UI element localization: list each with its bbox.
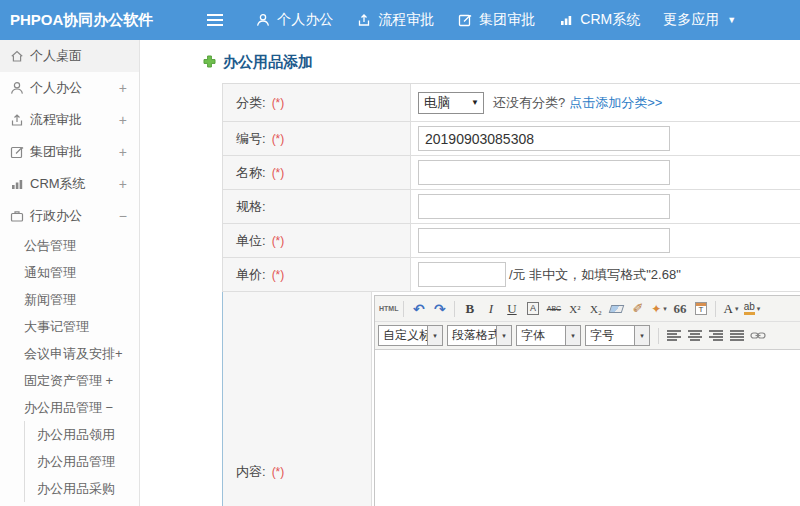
editor-content-area[interactable] — [375, 350, 800, 506]
field-label: 单位: (*) — [223, 224, 411, 257]
app-brand: PHPOA协同办公软件 — [0, 11, 153, 30]
home-icon — [8, 48, 25, 64]
sidebar-item-group-approval[interactable]: 集团审批 + — [0, 136, 139, 168]
label-text: 单位: — [236, 232, 266, 250]
sidebar-item-supplies-purchase[interactable]: 办公用品采购 — [25, 475, 139, 502]
topnav-group-approval[interactable]: 集团审批 — [457, 11, 535, 29]
sidebar-item-office-supplies-mgmt[interactable]: 办公用品管理 − — [0, 394, 139, 421]
bold-button[interactable]: B — [460, 299, 479, 319]
insert-link-button[interactable] — [748, 326, 767, 346]
font-color-a-icon: A — [724, 301, 733, 317]
hamburger-menu-icon[interactable] — [203, 10, 227, 30]
auto-typeset-button[interactable]: ✦▾ — [649, 299, 668, 319]
sidebar-item-meeting-request[interactable]: 会议申请及安排+ — [0, 340, 139, 367]
undo-icon[interactable]: ↶ — [409, 299, 428, 319]
topnav-personal-office[interactable]: 个人办公 — [255, 11, 333, 29]
sidebar-label: 个人桌面 — [30, 47, 82, 65]
font-family-select[interactable]: 字体 ▾ — [516, 325, 581, 346]
topnav-label: 个人办公 — [277, 11, 333, 29]
expand-plus-icon[interactable]: + — [119, 144, 127, 160]
sidebar-item-memorabilia-mgmt[interactable]: 大事记管理 — [0, 313, 139, 340]
name-input[interactable] — [418, 160, 670, 185]
toolbar-separator — [403, 301, 404, 317]
sidebar-item-admin-office[interactable]: 行政办公 − — [0, 200, 139, 232]
sidebar-item-process-approval[interactable]: 流程审批 + — [0, 104, 139, 136]
caret-down-icon[interactable]: ▾ — [497, 325, 512, 346]
collapse-minus-icon[interactable]: − — [119, 208, 127, 224]
topnav-crm-system[interactable]: CRM系统 — [558, 11, 640, 29]
source-code-button[interactable]: HTML — [379, 299, 398, 319]
sidebar-item-personal-desktop[interactable]: 个人桌面 — [0, 40, 139, 72]
sidebar-item-notice-mgmt[interactable]: 通知管理 — [0, 259, 139, 286]
blockquote-button[interactable]: 66 — [670, 299, 689, 319]
italic-button[interactable]: I — [481, 299, 500, 319]
required-mark: (*) — [272, 132, 285, 146]
background-color-button[interactable]: ab▾ — [742, 299, 761, 319]
align-right-icon — [709, 330, 723, 341]
form-row-name: 名称: (*) — [222, 156, 800, 190]
toolbar-separator — [658, 328, 659, 344]
remove-format-button[interactable] — [607, 299, 626, 319]
align-right-button[interactable] — [706, 326, 725, 346]
category-selected-value: 电脑 — [424, 94, 450, 112]
edit-square-icon — [8, 144, 25, 160]
rich-text-editor: HTML ↶ ↷ B I U A ABC X² X₂ ✐ — [374, 295, 800, 506]
underline-button[interactable]: U — [502, 299, 521, 319]
format-painter-button[interactable]: ✐ — [628, 299, 647, 319]
sidebar-item-crm-system[interactable]: CRM系统 + — [0, 168, 139, 200]
sidebar-label: 集团审批 — [30, 143, 82, 161]
user-icon — [8, 80, 25, 96]
expand-plus-icon[interactable]: + — [119, 80, 127, 96]
sidebar-label: 流程审批 — [30, 111, 82, 129]
category-select[interactable]: 电脑 ▼ — [418, 92, 484, 114]
field-value — [411, 190, 800, 223]
green-plus-icon — [203, 54, 216, 72]
sidebar-item-personal-office[interactable]: 个人办公 + — [0, 72, 139, 104]
topnav-label: 流程审批 — [378, 11, 434, 29]
redo-icon[interactable]: ↷ — [430, 299, 449, 319]
align-left-icon — [667, 330, 681, 341]
justify-button[interactable] — [727, 326, 746, 346]
sidebar-item-news-mgmt[interactable]: 新闻管理 — [0, 286, 139, 313]
field-value — [411, 224, 800, 257]
form-row-category: 分类: (*) 电脑 ▼ 还没有分类? 点击添加分类>> — [222, 84, 800, 122]
unit-input[interactable] — [418, 228, 670, 253]
custom-heading-select[interactable]: 自定义标题 ▾ — [378, 325, 443, 346]
editor-toolbar-row1: HTML ↶ ↷ B I U A ABC X² X₂ ✐ — [375, 296, 800, 322]
paragraph-format-select[interactable]: 段落格式 ▾ — [447, 325, 512, 346]
combo-value: 段落格式 — [447, 325, 497, 346]
main-content: 办公用品添加 分类: (*) 电脑 ▼ 还没有分类? 点击添加分类>> 编号: … — [141, 40, 800, 506]
process-icon — [8, 112, 25, 128]
char-border-button[interactable]: A — [523, 299, 542, 319]
caret-down-icon[interactable]: ▾ — [566, 325, 581, 346]
sidebar-item-supplies-requisition[interactable]: 办公用品领用 — [25, 421, 139, 448]
caret-down-icon[interactable]: ▾ — [635, 325, 650, 346]
strikethrough-button[interactable]: ABC — [544, 299, 563, 319]
paste-as-text-button[interactable] — [691, 299, 710, 319]
briefcase-icon — [8, 208, 25, 224]
expand-plus-icon[interactable]: + — [119, 112, 127, 128]
caret-down-icon: ▼ — [727, 15, 736, 25]
combo-value: 字号 — [585, 325, 635, 346]
link-icon — [750, 330, 766, 341]
label-text: 内容: — [236, 463, 266, 481]
sidebar-item-fixed-assets-mgmt[interactable]: 固定资产管理 + — [0, 367, 139, 394]
code-input[interactable] — [418, 126, 670, 151]
topnav-process-approval[interactable]: 流程审批 — [356, 11, 434, 29]
topnav-more-apps[interactable]: 更多应用 ▼ — [663, 11, 736, 29]
form-row-content: 内容: (*) HTML ↶ ↷ B I U A ABC — [222, 292, 800, 506]
align-center-button[interactable] — [685, 326, 704, 346]
magic-pen-icon: ✦ — [651, 302, 661, 316]
align-left-button[interactable] — [664, 326, 683, 346]
add-category-link[interactable]: 点击添加分类>> — [569, 94, 662, 112]
sidebar-item-supplies-manage[interactable]: 办公用品管理 — [25, 448, 139, 475]
sidebar-item-announcement-mgmt[interactable]: 公告管理 — [0, 232, 139, 259]
font-size-select[interactable]: 字号 ▾ — [585, 325, 650, 346]
subscript-button[interactable]: X₂ — [586, 299, 605, 319]
font-color-button[interactable]: A▾ — [721, 299, 740, 319]
superscript-button[interactable]: X² — [565, 299, 584, 319]
expand-plus-icon[interactable]: + — [119, 176, 127, 192]
price-input[interactable] — [418, 262, 506, 287]
caret-down-icon[interactable]: ▾ — [428, 325, 443, 346]
spec-input[interactable] — [418, 194, 670, 219]
